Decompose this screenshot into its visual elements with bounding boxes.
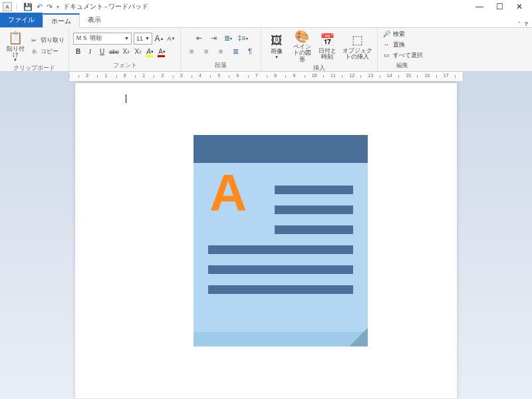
subscript-button[interactable]: X2 [121,47,131,57]
ruler-tick: 0 [124,73,126,78]
minimize-button[interactable]: — [469,0,489,13]
group-edit: 🔎 検索 ↔ 置換 ▭ すべて選択 編集 [378,28,427,71]
close-button[interactable]: ✕ [509,0,529,13]
line-spacing-button[interactable]: ‡≡▾ [236,33,249,43]
paste-button[interactable]: 📋 貼り付け ▼ [4,29,27,63]
ruler-minor-tick [285,75,286,78]
group-font-label: フォント [73,60,176,71]
ruler-minor-tick [97,75,98,78]
bold-button[interactable]: B [73,47,83,57]
cut-button[interactable]: ✂ 切り取り [29,36,65,45]
page-fold-icon [349,328,368,346]
ruler-tick: 6 [237,73,239,78]
copy-button[interactable]: ⎘ コピー [29,47,65,57]
ruler-tick: 9 [293,73,295,78]
copy-icon: ⎘ [29,47,39,57]
font-color-button[interactable]: A▾ [157,47,167,57]
ruler-tick: 10 [312,73,317,78]
ruler-minor-tick [229,75,229,78]
underline-button[interactable]: U [97,47,107,57]
undo-icon[interactable]: ↶ [37,3,43,11]
ruler-tick: 13 [368,73,374,78]
help-icon[interactable]: ? [525,21,529,27]
ruler-tick: 5 [217,73,220,78]
font-name-combo[interactable]: ＭＳ 明朝▼ [73,33,132,45]
text-line-icon [275,225,353,234]
object-icon: ⬚ [349,32,365,48]
grow-font-button[interactable]: A▲ [154,33,164,44]
ruler-minor-tick [210,75,211,78]
ruler-minor-tick [342,75,342,78]
ruler[interactable]: 3210123456789101112131415161718 [68,71,464,82]
redo-icon[interactable]: ↷ [47,3,53,11]
font-size-combo[interactable]: 11▼ [134,33,152,45]
replace-icon: ↔ [382,40,391,49]
select-all-button[interactable]: ▭ すべて選択 [382,51,423,60]
bullet-list-button[interactable]: ≣▾ [221,33,235,43]
app-icon: A [3,2,12,11]
find-button[interactable]: 🔎 検索 [382,29,423,39]
window-title: ドキュメント - ワードパッド [63,2,149,11]
superscript-button[interactable]: X2 [133,47,143,57]
group-clipboard: 📋 貼り付け ▼ ✂ 切り取り ⎘ コピー クリップボード [0,28,69,71]
document-illustration: A [194,135,368,346]
ruler-tick: 12 [349,73,354,78]
tab-home[interactable]: ホーム [43,13,80,28]
ruler-minor-tick [360,75,361,78]
chevron-down-icon: ▼ [124,36,129,41]
ruler-tick: 7 [255,73,258,78]
ribbon-tabs: ファイル ホーム 表示 ˇ ? [0,13,532,28]
search-icon: 🔎 [382,29,391,39]
ruler-minor-tick [417,75,418,78]
italic-button[interactable]: I [85,47,95,57]
select-all-icon: ▭ [382,51,391,60]
ruler-minor-tick [380,75,380,78]
shrink-font-button[interactable]: A▼ [166,33,176,44]
ruler-tick: 18 [462,73,464,78]
chevron-down-icon: ▼ [145,36,150,41]
ruler-tick: 15 [406,73,411,78]
ruler-tick: 3 [68,73,70,78]
tab-view[interactable]: 表示 [80,13,109,27]
increase-indent-button[interactable]: ⇥ [207,33,220,43]
quick-access-toolbar: 💾 ↶ ↷ ▾ [23,3,59,11]
title-bar: A | 💾 ↶ ↷ ▾ ドキュメント - ワードパッド — ☐ ✕ [0,0,532,13]
text-line-icon [208,285,353,294]
insert-paint-button[interactable]: 🎨 ペイントの図形 [291,29,313,63]
align-right-button[interactable]: ≡ [214,46,227,57]
insert-object-button[interactable]: ⬚ オブジェクトの挿入 [341,29,373,63]
ruler-minor-tick [173,75,174,78]
ruler-minor-tick [78,75,79,78]
group-font: ＭＳ 明朝▼ 11▼ A▲ A▼ B I U abc X2 X2 A▾ A▾ [69,28,181,71]
ruler-tick: 14 [387,73,392,78]
datetime-icon: 📅 [319,32,335,48]
insert-picture-button[interactable]: 🖼 画像▼ [265,29,288,63]
highlight-button[interactable]: A▾ [145,47,155,57]
ruler-minor-tick [398,75,399,78]
strikethrough-button[interactable]: abc [109,47,119,57]
doc-illustration-header [194,135,368,163]
replace-button[interactable]: ↔ 置換 [382,40,423,49]
window-controls: — ☐ ✕ [469,0,529,13]
text-line-icon [208,245,353,254]
ruler-tick: 11 [331,73,336,78]
picture-icon: 🖼 [269,33,285,49]
paint-icon: 🎨 [294,29,310,44]
insert-datetime-button[interactable]: 📅 日付と時刻 [316,29,338,63]
decrease-indent-button[interactable]: ⇤ [192,33,205,43]
paragraph-dialog-button[interactable]: ¶ [243,46,257,57]
document-page[interactable]: A [75,83,457,398]
collapse-ribbon-icon[interactable]: ˇ [519,21,521,27]
qat-more-icon[interactable]: ▾ [57,4,59,10]
ruler-minor-tick [135,75,136,78]
ruler-minor-tick [267,75,267,78]
cut-icon: ✂ [29,36,39,45]
doc-illustration-footer [194,332,368,346]
align-center-button[interactable]: ≡ [200,46,213,57]
align-left-button[interactable]: ≡ [185,46,198,57]
save-icon[interactable]: 💾 [23,3,33,11]
maximize-button[interactable]: ☐ [489,0,509,13]
align-justify-button[interactable]: ≣ [229,46,242,57]
tab-file[interactable]: ファイル [0,13,43,27]
text-line-icon [275,186,353,194]
